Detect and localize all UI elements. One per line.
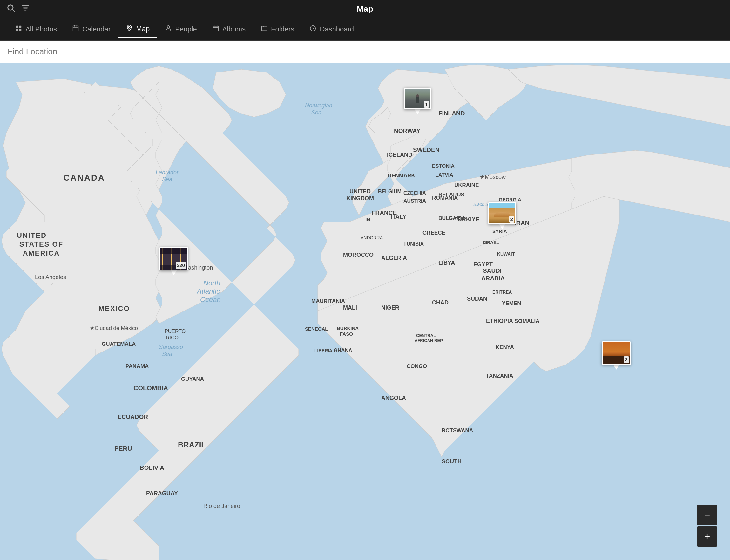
filter-icon[interactable] (21, 3, 30, 15)
pin-photo-botswana[interactable]: 2 (602, 341, 631, 365)
nav-item-all-photos[interactable]: All Photos (8, 21, 65, 38)
nav-item-map[interactable]: Map (118, 21, 157, 38)
svg-text:ITALY: ITALY (391, 214, 406, 220)
svg-text:TÜRKIYE: TÜRKIYE (454, 216, 479, 222)
svg-text:ISRAEL: ISRAEL (483, 240, 499, 245)
svg-text:NIGER: NIGER (381, 304, 399, 311)
svg-text:SOMALIA: SOMALIA (515, 318, 539, 324)
svg-text:ESTONIA: ESTONIA (432, 163, 454, 169)
svg-text:NORWAY: NORWAY (394, 127, 420, 134)
svg-text:ETHIOPIA: ETHIOPIA (486, 318, 513, 324)
map-icon (126, 24, 133, 33)
svg-text:EGYPT: EGYPT (473, 261, 493, 268)
pin-photo-mexico[interactable]: 320 (160, 247, 188, 270)
nav-item-calendar[interactable]: Calendar (65, 21, 118, 38)
svg-text:Sea: Sea (311, 109, 322, 116)
svg-text:GREECE: GREECE (422, 230, 445, 236)
svg-text:Sea: Sea (162, 351, 172, 357)
pin-tail-spain (499, 224, 505, 229)
nav-item-albums[interactable]: Albums (205, 21, 253, 38)
nav-label-map: Map (136, 25, 150, 33)
svg-text:LIBERIA: LIBERIA (315, 348, 332, 353)
svg-text:ROMANIA: ROMANIA (432, 195, 458, 201)
svg-text:SUDAN: SUDAN (467, 296, 487, 302)
svg-text:Atlantic: Atlantic (196, 287, 220, 295)
nav-item-dashboard[interactable]: Dashboard (302, 21, 362, 38)
svg-text:IRAN: IRAN (515, 220, 529, 226)
svg-text:ECUADOR: ECUADOR (118, 413, 148, 420)
svg-text:CONGO: CONGO (406, 363, 427, 369)
folder-icon (261, 25, 268, 34)
nav-label-dashboard: Dashboard (320, 25, 354, 33)
person-icon (165, 25, 172, 34)
svg-rect-8 (19, 29, 21, 31)
svg-text:★Moscow: ★Moscow (480, 174, 506, 180)
svg-text:MAURITANIA: MAURITANIA (311, 298, 345, 304)
map-background: CANADA UNITED STATES OF AMERICA Los Ange… (0, 63, 730, 560)
map-pin-iceland[interactable]: 1 (404, 88, 431, 114)
svg-text:DENMARK: DENMARK (387, 173, 415, 179)
svg-text:SENEGAL: SENEGAL (305, 326, 328, 331)
pin-photo-spain[interactable]: 2 (488, 202, 516, 224)
svg-text:FINLAND: FINLAND (438, 110, 465, 117)
title-bar: Map (0, 0, 730, 18)
svg-text:GUATEMALA: GUATEMALA (102, 341, 136, 347)
album-icon (212, 25, 219, 34)
svg-text:ICELAND: ICELAND (387, 152, 412, 158)
svg-text:RICO: RICO (166, 335, 179, 340)
svg-text:PARAGUAY: PARAGUAY (146, 490, 178, 496)
search-icon[interactable] (6, 3, 15, 15)
nav-item-people[interactable]: People (157, 21, 205, 38)
svg-text:SWEDEN: SWEDEN (413, 147, 439, 153)
svg-text:LATVIA: LATVIA (435, 172, 453, 178)
grid-icon (15, 25, 22, 34)
svg-text:North: North (203, 279, 221, 287)
map-container[interactable]: CANADA UNITED STATES OF AMERICA Los Ange… (0, 63, 730, 560)
svg-text:Labrador: Labrador (156, 169, 179, 175)
svg-text:Rio de Janeiro: Rio de Janeiro (203, 503, 240, 509)
calendar-icon (72, 25, 79, 34)
nav-label-folders: Folders (271, 25, 294, 33)
svg-text:ARABIA: ARABIA (481, 275, 505, 282)
svg-text:YEMEN: YEMEN (502, 300, 521, 306)
zoom-out-button[interactable]: − (697, 505, 717, 525)
svg-text:KINGDOM: KINGDOM (346, 195, 374, 201)
svg-text:CANADA: CANADA (64, 173, 105, 182)
svg-text:AUSTRIA: AUSTRIA (403, 198, 426, 204)
title-bar-controls (6, 3, 30, 15)
svg-text:TUNISIA: TUNISIA (403, 241, 424, 247)
map-pin-mexico[interactable]: 320 (160, 247, 188, 275)
svg-text:ANGOLA: ANGOLA (381, 395, 406, 401)
zoom-in-button[interactable]: + (697, 526, 717, 547)
nav-bar: All Photos Calendar Map Pe (0, 18, 730, 41)
svg-text:BRAZIL: BRAZIL (178, 440, 206, 449)
svg-line-1 (12, 10, 14, 11)
svg-text:Sargasso: Sargasso (159, 344, 183, 350)
svg-text:BELGIUM: BELGIUM (378, 189, 401, 194)
svg-rect-6 (19, 25, 21, 27)
pin-tail-mexico (171, 270, 177, 275)
zoom-controls: − + (697, 504, 717, 547)
svg-text:FASO: FASO (340, 331, 353, 337)
svg-text:BURKINA: BURKINA (337, 325, 359, 331)
svg-text:★Ciudad de México: ★Ciudad de México (90, 325, 138, 331)
svg-text:ALGERIA: ALGERIA (381, 255, 407, 261)
map-pin-botswana[interactable]: 2 (602, 341, 631, 370)
nav-item-folders[interactable]: Folders (253, 21, 302, 38)
svg-rect-7 (16, 29, 18, 31)
svg-text:AMERICA: AMERICA (23, 249, 60, 257)
svg-rect-9 (73, 26, 78, 31)
nav-label-calendar: Calendar (82, 25, 111, 33)
search-bar (0, 41, 730, 63)
nav-label-people: People (175, 25, 197, 33)
svg-text:UKRAINE: UKRAINE (454, 182, 479, 188)
svg-text:Norwegian: Norwegian (305, 102, 332, 109)
svg-text:CZECHIA: CZECHIA (403, 190, 426, 196)
svg-text:UNITED: UNITED (17, 231, 47, 239)
map-pin-spain[interactable]: 2 (488, 202, 516, 229)
svg-text:COLOMBIA: COLOMBIA (133, 385, 168, 392)
search-input[interactable] (8, 47, 722, 57)
svg-text:ANDORRA: ANDORRA (361, 235, 383, 240)
svg-text:TANZANIA: TANZANIA (486, 373, 513, 379)
pin-photo-iceland[interactable]: 1 (404, 88, 431, 109)
